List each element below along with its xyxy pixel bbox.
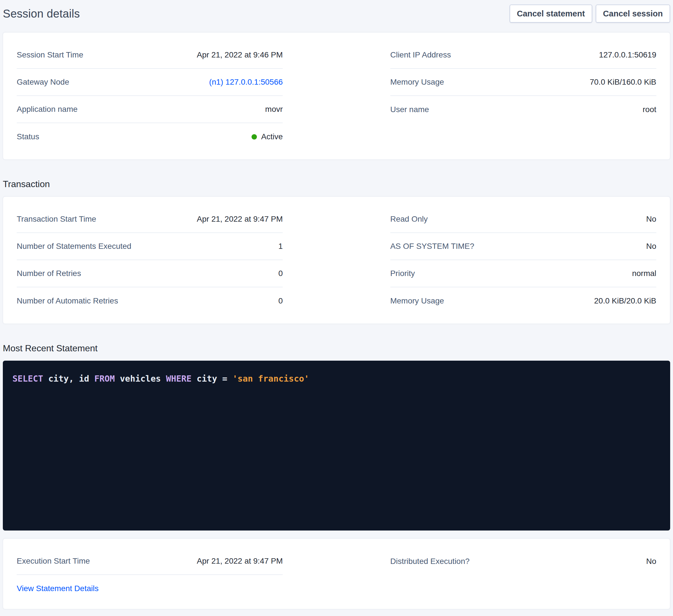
view-statement-details-link[interactable]: View Statement Details <box>17 584 98 593</box>
client-ip-row: Client IP Address 127.0.0.1:50619 <box>390 42 656 69</box>
sql-identifier: city = <box>192 374 233 384</box>
transaction-section-heading: Transaction <box>3 180 670 189</box>
row-value: 127.0.0.1:50619 <box>599 50 656 59</box>
row-value: 20.0 KiB/20.0 KiB <box>594 296 656 305</box>
sql-identifier: city, id <box>43 374 94 384</box>
session-summary-card: Session Start Time Apr 21, 2022 at 9:46 … <box>3 32 670 160</box>
row-label: Read Only <box>390 215 428 224</box>
row-value: Apr 21, 2022 at 9:46 PM <box>197 50 283 59</box>
row-label: AS OF SYSTEM TIME? <box>390 242 474 251</box>
execution-card-right-column: Distributed Execution? No <box>390 548 656 602</box>
row-value: 0 <box>278 296 283 305</box>
row-value: 1 <box>278 242 283 251</box>
transaction-memory-usage-row: Memory Usage 20.0 KiB/20.0 KiB <box>390 287 656 315</box>
row-value: 0 <box>278 269 283 278</box>
status-badge: Active <box>251 132 283 141</box>
sql-identifier: vehicles <box>115 374 166 384</box>
status-row: Status Active <box>17 123 283 150</box>
application-name-row: Application name movr <box>17 96 283 123</box>
row-label: Gateway Node <box>17 77 69 87</box>
row-label: Priority <box>390 269 415 278</box>
row-value: No <box>646 215 656 224</box>
gateway-node-row: Gateway Node (n1) 127.0.0.1:50566 <box>17 69 283 96</box>
statements-executed-row: Number of Statements Executed 1 <box>17 233 283 260</box>
read-only-row: Read Only No <box>390 206 656 233</box>
cancel-statement-button[interactable]: Cancel statement <box>509 5 592 23</box>
row-label: Application name <box>17 105 77 114</box>
session-details-page: Session details Cancel statement Cancel … <box>0 0 673 609</box>
number-of-retries-row: Number of Retries 0 <box>17 260 283 287</box>
sql-keyword: FROM <box>94 374 115 384</box>
row-value: movr <box>265 105 283 114</box>
sql-statement-text: SELECT city, id FROM vehicles WHERE city… <box>12 374 661 384</box>
active-status-icon <box>251 134 257 139</box>
memory-usage-row: Memory Usage 70.0 KiB/160.0 KiB <box>390 69 656 96</box>
execution-summary-card: Execution Start Time Apr 21, 2022 at 9:4… <box>3 539 670 609</box>
execution-card-left-column: Execution Start Time Apr 21, 2022 at 9:4… <box>17 548 283 602</box>
session-start-time-row: Session Start Time Apr 21, 2022 at 9:46 … <box>17 42 283 69</box>
row-value: Apr 21, 2022 at 9:47 PM <box>197 215 283 224</box>
row-value: normal <box>632 269 656 278</box>
row-value: 70.0 KiB/160.0 KiB <box>590 77 656 87</box>
row-label: Memory Usage <box>390 77 444 87</box>
row-label: Distributed Execution? <box>390 557 470 566</box>
row-value: No <box>646 557 656 566</box>
cancel-session-button[interactable]: Cancel session <box>596 5 670 23</box>
row-label: Number of Retries <box>17 269 81 278</box>
row-label: Status <box>17 132 39 141</box>
sql-string-literal: 'san francisco' <box>233 374 309 384</box>
row-label: User name <box>390 105 429 114</box>
transaction-card-left-column: Transaction Start Time Apr 21, 2022 at 9… <box>17 206 283 315</box>
row-value: No <box>646 242 656 251</box>
row-value: root <box>643 105 656 114</box>
row-label: Session Start Time <box>17 50 83 59</box>
header-actions: Cancel statement Cancel session <box>509 5 670 23</box>
row-label: Number of Automatic Retries <box>17 296 118 305</box>
as-of-system-time-row: AS OF SYSTEM TIME? No <box>390 233 656 260</box>
page-header: Session details Cancel statement Cancel … <box>3 5 670 23</box>
sql-keyword: SELECT <box>12 374 43 384</box>
automatic-retries-row: Number of Automatic Retries 0 <box>17 287 283 315</box>
distributed-execution-row: Distributed Execution? No <box>390 548 656 575</box>
most-recent-statement-heading: Most Recent Statement <box>3 344 670 353</box>
row-label: Transaction Start Time <box>17 215 96 224</box>
page-title: Session details <box>3 5 80 23</box>
execution-start-time-row: Execution Start Time Apr 21, 2022 at 9:4… <box>17 548 283 575</box>
session-card-left-column: Session Start Time Apr 21, 2022 at 9:46 … <box>17 42 283 150</box>
row-value: Apr 21, 2022 at 9:47 PM <box>197 557 283 566</box>
sql-keyword: WHERE <box>166 374 192 384</box>
row-label: Execution Start Time <box>17 557 90 566</box>
row-label: Client IP Address <box>390 50 451 59</box>
transaction-start-time-row: Transaction Start Time Apr 21, 2022 at 9… <box>17 206 283 233</box>
user-name-row: User name root <box>390 96 656 123</box>
row-label: Memory Usage <box>390 296 444 305</box>
transaction-summary-card: Transaction Start Time Apr 21, 2022 at 9… <box>3 197 670 324</box>
gateway-node-link[interactable]: (n1) 127.0.0.1:50566 <box>209 77 283 87</box>
transaction-card-right-column: Read Only No AS OF SYSTEM TIME? No Prior… <box>390 206 656 315</box>
status-text: Active <box>261 132 283 141</box>
sql-statement-box: SELECT city, id FROM vehicles WHERE city… <box>3 361 670 531</box>
priority-row: Priority normal <box>390 260 656 287</box>
row-label: Number of Statements Executed <box>17 242 132 251</box>
view-statement-details-row: View Statement Details <box>17 575 283 602</box>
session-card-right-column: Client IP Address 127.0.0.1:50619 Memory… <box>390 42 656 150</box>
